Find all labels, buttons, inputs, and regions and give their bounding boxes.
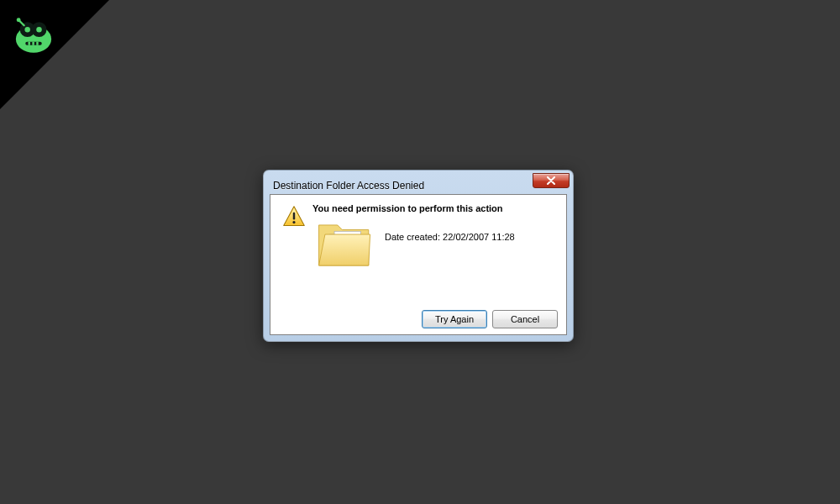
date-created-value: 22/02/2007 11:28 [443, 232, 515, 242]
svg-rect-7 [32, 42, 34, 45]
close-button[interactable] [533, 173, 570, 188]
svg-rect-8 [36, 42, 38, 45]
close-icon [546, 176, 556, 185]
svg-rect-6 [29, 42, 30, 45]
try-again-button[interactable]: Try Again [422, 310, 487, 328]
access-denied-dialog: Destination Folder Access Denied [263, 170, 574, 342]
permission-message: You need permission to perform this acti… [312, 203, 503, 213]
date-created-line: Date created: 22/02/2007 11:28 [385, 232, 515, 242]
content-body: You need permission to perform this acti… [270, 195, 566, 304]
titlebar[interactable]: Destination Folder Access Denied [270, 176, 567, 194]
svg-point-4 [36, 27, 42, 33]
button-row: Try Again Cancel [270, 304, 566, 334]
folder-icon [314, 217, 376, 274]
svg-point-10 [17, 18, 21, 22]
cancel-button[interactable]: Cancel [492, 310, 558, 328]
robot-icon [12, 12, 55, 55]
svg-rect-11 [293, 213, 295, 220]
svg-point-12 [292, 221, 295, 223]
warning-icon [282, 205, 306, 228]
dialog-title: Destination Folder Access Denied [273, 180, 424, 192]
date-created-label: Date created: [385, 232, 443, 242]
content-panel: You need permission to perform this acti… [270, 194, 567, 335]
svg-point-3 [24, 27, 30, 33]
